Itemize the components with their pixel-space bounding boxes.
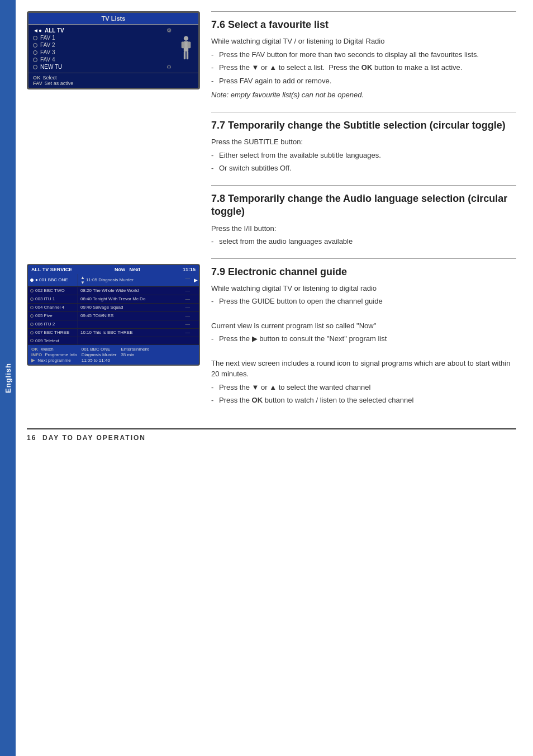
list-item: FAV 1 (33, 34, 172, 41)
list-item: FAV 4 (33, 56, 172, 63)
list-item: FAV 2 (33, 41, 172, 49)
section-79-para1: While watching digital TV or listening t… (211, 283, 516, 294)
list-item: select from the audio languages availabl… (211, 236, 516, 247)
section-78-title: 7.8 Temporarily change the Audio languag… (211, 192, 516, 219)
epg-row: 009 Teletext (28, 337, 199, 345)
section-77-intro: Press the SUBTITLE button: (211, 136, 516, 148)
radio-icon (33, 58, 37, 62)
epg-row: 007 BBC THREE 10:10 This Is BBC THREE — (28, 329, 199, 337)
section-78: 7.8 Temporarily change the Audio languag… (211, 185, 516, 247)
section-76: 7.6 Select a favourite list While watchi… (211, 11, 516, 101)
section-78-intro: Press the I/II button: (211, 223, 516, 234)
svg-rect-4 (184, 51, 185, 59)
list-item: NEW TU ⚙ (33, 63, 172, 70)
tv-footer: OK Select FAV Set as active (28, 73, 198, 88)
list-item: Press the GUIDE button to open the chann… (211, 296, 516, 307)
list-item: Or switch subtitles Off. (211, 163, 516, 174)
epg-row: ● 001 BBC ONE ▲▼ 11:05 Diagnosis Murder … (28, 274, 199, 287)
radio-icon (33, 43, 37, 48)
list-item: Press the ▶ button to consult the "Next"… (211, 333, 516, 344)
section-76-title: 7.6 Select a favourite list (211, 18, 516, 31)
svg-rect-5 (187, 51, 188, 59)
epg-rows: ● 001 BBC ONE ▲▼ 11:05 Diagnosis Murder … (28, 274, 199, 345)
page-number: 16 (27, 434, 36, 442)
section-77-list: Either select from the available subtitl… (211, 150, 516, 174)
radio-icon (30, 331, 34, 334)
person-silhouette (176, 25, 198, 73)
epg-time: 11:15 (183, 267, 196, 272)
epg-header: ALL TV SERVICE Now Next 11:15 (28, 265, 199, 274)
radio-icon (33, 50, 37, 55)
sidebar-label: English (4, 363, 12, 393)
gear-icon: ⚙ (166, 27, 172, 34)
svg-point-0 (184, 36, 188, 41)
section-77-title: 7.7 Temporarily change the Subtitle sele… (211, 119, 516, 132)
svg-rect-3 (188, 42, 191, 49)
section-76-note: Note: empty favourite list(s) can not be… (211, 89, 516, 101)
radio-icon (30, 323, 34, 326)
section-76-intro: While watching digital TV / or listening… (211, 36, 516, 47)
radio-icon (30, 297, 34, 301)
page-footer: 16 DAY TO DAY OPERATION (27, 428, 516, 446)
list-item: FAV 3 (33, 49, 172, 56)
radio-icon (33, 65, 37, 69)
list-item: Press the FAV button for more than two s… (211, 49, 516, 60)
epg-row: 002 BBC TWO 08:20 The Whole Wide World — (28, 287, 199, 295)
section-76-list: Press the FAV button for more than two s… (211, 49, 516, 87)
epg-footer: OK Watch INFO Programme Info ▶ Next prog… (28, 345, 199, 365)
radio-icon (30, 289, 34, 292)
tv-lists-screen: TV Lists ◄● ALL TV ⚙ (27, 11, 200, 89)
radio-icon (30, 306, 34, 309)
radio-icon (30, 314, 34, 318)
radio-icon (30, 278, 34, 282)
footer-text: DAY TO DAY OPERATION (42, 434, 146, 442)
epg-row: 004 Channel 4 09:40 Salvage Squad — (28, 304, 199, 312)
list-item: Press the ▼ or ▲ to select the wanted ch… (211, 382, 516, 393)
list-item: Either select from the available subtitl… (211, 150, 516, 161)
section-79-para2: Current view is current program list so … (211, 320, 516, 332)
gear-icon: ⚙ (166, 64, 172, 70)
tv-lists-title: TV Lists (28, 13, 198, 25)
epg-row: 006 ITU 2 — (28, 320, 199, 329)
epg-screen: ALL TV SERVICE Now Next 11:15 ● 001 BBC … (27, 264, 200, 366)
list-item: Press the OK button to watch / listen to… (211, 395, 516, 406)
section-79: 7.9 Electronic channel guide While watch… (211, 258, 516, 406)
section-78-list: select from the audio languages availabl… (211, 236, 516, 247)
radio-icon (33, 36, 37, 40)
list-item: ◄● ALL TV ⚙ (33, 27, 172, 34)
epg-row: 003 ITU 1 08:40 Tonight With Trevor Mc D… (28, 295, 199, 304)
list-item: Press the ▼ or ▲ to select a list. Press… (211, 62, 516, 73)
svg-rect-2 (182, 42, 185, 49)
epg-row: 005 Five 09:45 TOWNIES — (28, 312, 199, 320)
epg-service-label: ALL TV SERVICE (31, 267, 72, 272)
radio-icon (30, 339, 34, 342)
sidebar: English (0, 0, 16, 756)
section-79-title: 7.9 Electronic channel guide (211, 266, 516, 278)
section-77: 7.7 Temporarily change the Subtitle sele… (211, 112, 516, 174)
section-79-para3: The next view screen includes a round ic… (211, 358, 516, 380)
list-item: Press FAV again to add or remove. (211, 75, 516, 87)
